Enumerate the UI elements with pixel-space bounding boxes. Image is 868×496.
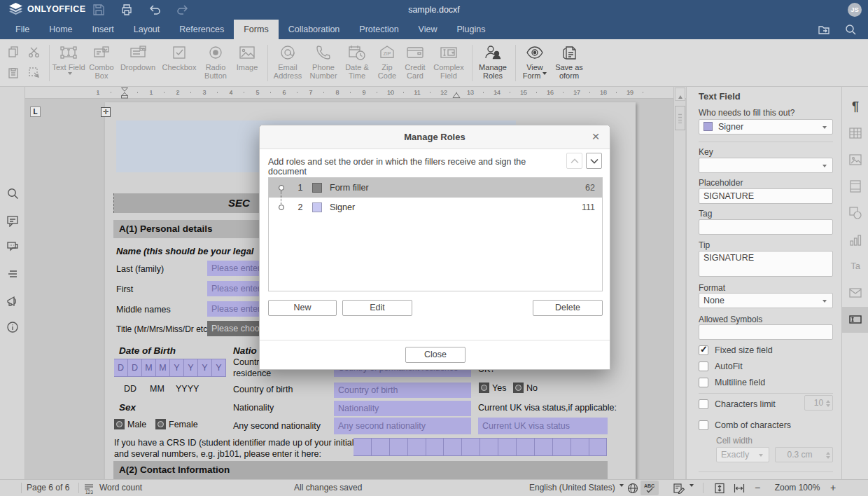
crs-comb-cell[interactable] [517, 438, 535, 456]
uk-no-radio[interactable]: No [513, 383, 538, 393]
crs-comb-cell[interactable] [462, 438, 480, 456]
scroll-up-button[interactable] [675, 88, 685, 101]
dob-comb-field[interactable]: DDMMYYYY [114, 359, 226, 377]
move-role-down-button[interactable] [586, 153, 602, 169]
form-settings-icon[interactable] [848, 312, 862, 326]
delete-role-button[interactable]: Delete [533, 300, 603, 316]
scrollbar-thumb[interactable] [675, 106, 685, 130]
crs-comb-cell[interactable] [426, 438, 444, 456]
credit-card-button[interactable]: Credit Card [400, 43, 430, 80]
date-comb-cell[interactable]: Y [170, 359, 184, 377]
fit-page-icon[interactable] [714, 483, 725, 494]
checkbox-button[interactable]: Checkbox [160, 43, 199, 71]
format-select[interactable]: None [699, 293, 833, 308]
crs-comb-cell[interactable] [571, 438, 589, 456]
crs-comb-cell[interactable] [498, 438, 517, 456]
chart-settings-icon[interactable] [848, 233, 862, 247]
date-comb-cell[interactable]: Y [198, 359, 212, 377]
close-icon[interactable] [589, 125, 603, 149]
menu-insert[interactable]: Insert [83, 20, 124, 39]
visa-status-field[interactable]: Current UK visa status [478, 418, 608, 434]
navigation-icon[interactable] [6, 268, 19, 280]
crs-comb-cell[interactable] [354, 438, 372, 456]
save-as-oform-button[interactable]: Save as oform [552, 43, 587, 80]
date-comb-cell[interactable]: M [142, 359, 156, 377]
date-comb-cell[interactable]: Y [184, 359, 198, 377]
save-icon[interactable] [92, 4, 105, 16]
set-language-globe-icon[interactable] [627, 483, 638, 494]
about-icon[interactable] [6, 321, 19, 333]
combo-box-button[interactable]: Combo Box [85, 43, 118, 80]
checkbox-icon[interactable] [699, 420, 708, 430]
track-changes-icon[interactable] [673, 483, 685, 494]
mail-merge-icon[interactable] [848, 286, 862, 300]
nationality-field[interactable]: Nationality [334, 401, 471, 416]
uk-yes-radio[interactable]: Yes [479, 383, 506, 393]
checkbox-checked-icon[interactable] [699, 345, 708, 355]
crs-comb-cell[interactable] [480, 438, 498, 456]
radio-icon[interactable] [114, 419, 125, 429]
close-button[interactable]: Close [405, 347, 465, 363]
tip-textarea[interactable]: SIGNATURE [699, 251, 833, 277]
right-indent-marker[interactable] [452, 92, 461, 99]
date-comb-cell[interactable]: D [128, 359, 142, 377]
comments-icon[interactable] [6, 214, 19, 227]
manage-roles-button[interactable]: Manage Roles [475, 43, 511, 80]
print-icon[interactable] [120, 4, 133, 16]
zoom-out-button[interactable]: − [755, 480, 760, 496]
drag-handle-icon[interactable] [279, 205, 284, 210]
crs-comb-field[interactable] [354, 438, 607, 456]
cell-width-mode-select[interactable]: Exactly [716, 447, 769, 462]
role-row-form-filler[interactable]: 1 Form filler 62 [269, 178, 602, 198]
role-row-signer[interactable]: 2 Signer 111 [269, 198, 602, 217]
female-radio[interactable]: Female [155, 419, 198, 429]
find-icon[interactable] [6, 187, 19, 200]
char-limit-checkbox-row[interactable]: Characters limit [699, 399, 776, 409]
table-settings-icon[interactable] [848, 126, 862, 140]
menu-file[interactable]: File [6, 20, 39, 39]
checkbox-icon[interactable] [699, 361, 708, 371]
radio-icon[interactable] [513, 383, 524, 393]
male-radio[interactable]: Male [114, 419, 146, 429]
search-icon[interactable] [844, 23, 857, 36]
checkbox-icon[interactable] [699, 378, 708, 387]
select-all-icon[interactable] [28, 67, 41, 79]
paste-icon[interactable] [7, 67, 20, 79]
undo-icon[interactable] [148, 4, 161, 16]
tag-input[interactable] [699, 219, 833, 235]
zoom-in-button[interactable]: + [830, 480, 836, 496]
cell-width-spinner[interactable]: 0.3 cm [775, 447, 833, 462]
country-birth-field[interactable]: Country of birth [334, 383, 471, 398]
crs-comb-cell[interactable] [535, 438, 553, 456]
date-comb-cell[interactable]: M [156, 359, 170, 377]
spinner-arrows-icon[interactable] [826, 450, 830, 461]
date-comb-cell[interactable]: Y [212, 359, 226, 377]
autofit-checkbox-row[interactable]: AutoFit [699, 361, 743, 371]
cut-icon[interactable] [28, 46, 41, 58]
key-select[interactable] [699, 158, 833, 173]
feedback-icon[interactable] [6, 295, 19, 308]
word-count-icon[interactable]: 123 [83, 483, 94, 494]
track-changes-caret[interactable] [687, 480, 694, 496]
word-count-label[interactable]: Word count [99, 480, 142, 496]
horizontal-ruler[interactable]: 112345678910111213141516171819 [25, 87, 686, 99]
redo-icon[interactable] [176, 4, 189, 16]
fixed-size-checkbox-row[interactable]: Fixed size field [699, 345, 773, 355]
open-file-location-icon[interactable] [818, 23, 830, 36]
crs-comb-cell[interactable] [444, 438, 462, 456]
crs-comb-cell[interactable] [589, 438, 608, 456]
radio-icon[interactable] [479, 383, 489, 393]
drag-handle-icon[interactable] [279, 185, 284, 191]
text-field-button[interactable]: Text Field [52, 43, 85, 80]
menu-home[interactable]: Home [39, 20, 82, 39]
spinner-arrows-icon[interactable] [826, 398, 830, 409]
date-comb-cell[interactable]: D [114, 359, 128, 377]
language-selector[interactable]: English (United States) [529, 480, 624, 496]
placeholder-input[interactable]: SIGNATURE [699, 188, 833, 204]
crs-comb-cell[interactable] [553, 438, 571, 456]
crs-comb-cell[interactable] [372, 438, 390, 456]
text-art-settings-icon[interactable]: Ta [848, 260, 862, 274]
menu-references[interactable]: References [169, 20, 234, 39]
dropdown-button[interactable]: Dropdown [118, 43, 158, 71]
role-select[interactable]: Signer [699, 119, 833, 135]
